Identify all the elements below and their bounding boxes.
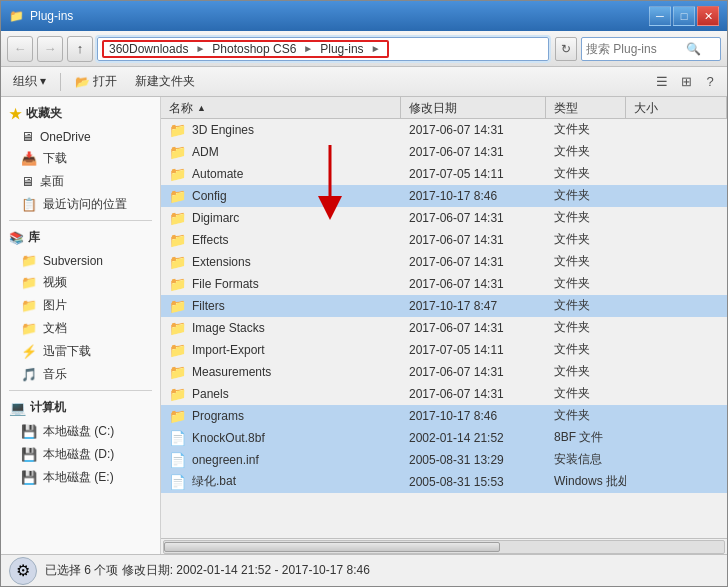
sidebar: ★ 收藏夹 🖥 OneDrive 📥 下载 🖥 桌面 📋 最近访问的	[1, 97, 161, 554]
table-row[interactable]: 📁Filters 2017-10-17 8:47 文件夹	[161, 295, 727, 317]
computer-header[interactable]: 💻 计算机	[1, 395, 160, 420]
file-date-cell: 2017-07-05 14:11	[401, 339, 546, 361]
view-tiles-button[interactable]: ⊞	[675, 71, 697, 93]
close-button[interactable]: ✕	[697, 6, 719, 26]
h-scrollbar[interactable]	[163, 540, 725, 554]
file-name: 3D Engines	[192, 123, 254, 137]
folder-icon: 📁	[169, 210, 186, 226]
statusbar: ⚙ 已选择 6 个项 修改日期: 2002-01-14 21:52 - 2017…	[1, 554, 727, 586]
folder-icon: 📁	[169, 386, 186, 402]
sidebar-item-downloads[interactable]: 📥 下载	[1, 147, 160, 170]
sidebar-item-disk-c[interactable]: 💾 本地磁盘 (C:)	[1, 420, 160, 443]
crumb-plugins[interactable]: Plug-ins	[317, 42, 366, 56]
help-button[interactable]: ?	[699, 71, 721, 93]
crumb-360downloads[interactable]: 360Downloads	[106, 42, 191, 56]
up-button[interactable]: ↑	[67, 36, 93, 62]
sidebar-item-recent[interactable]: 📋 最近访问的位置	[1, 193, 160, 216]
minimize-button[interactable]: ─	[649, 6, 671, 26]
file-date: 2002-01-14 21:52	[409, 431, 504, 445]
sidebar-item-disk-e[interactable]: 💾 本地磁盘 (E:)	[1, 466, 160, 489]
file-date-cell: 2017-06-07 14:31	[401, 317, 546, 339]
library-header[interactable]: 📚 库	[1, 225, 160, 250]
table-row[interactable]: 📁Image Stacks 2017-06-07 14:31 文件夹	[161, 317, 727, 339]
sidebar-item-onedrive[interactable]: 🖥 OneDrive	[1, 126, 160, 147]
file-name-cell: 📄绿化.bat	[161, 471, 401, 493]
scrollbar-area	[161, 538, 727, 554]
file-date: 2005-08-31 13:29	[409, 453, 504, 467]
file-name: Automate	[192, 167, 243, 181]
col-header-size[interactable]: 大小	[626, 97, 727, 119]
file-name: Filters	[192, 299, 225, 313]
forward-button[interactable]: →	[37, 36, 63, 62]
file-type-cell: 文件夹	[546, 383, 626, 405]
table-row[interactable]: 📄KnockOut.8bf 2002-01-14 21:52 8BF 文件	[161, 427, 727, 449]
library-icon: 📚	[9, 231, 24, 245]
sidebar-item-videos[interactable]: 📁 视频	[1, 271, 160, 294]
table-row[interactable]: 📁Digimarc 2017-06-07 14:31 文件夹	[161, 207, 727, 229]
file-type-cell: 文件夹	[546, 141, 626, 163]
file-name-cell: 📁Effects	[161, 229, 401, 251]
sidebar-item-docs[interactable]: 📁 文档	[1, 317, 160, 340]
videos-icon: 📁	[21, 275, 37, 290]
table-row[interactable]: 📁ADM 2017-06-07 14:31 文件夹	[161, 141, 727, 163]
computer-icon: 💻	[9, 400, 26, 416]
col-header-name[interactable]: 名称 ▲	[161, 97, 401, 119]
file-size-cell	[626, 185, 727, 207]
sidebar-item-disk-d[interactable]: 💾 本地磁盘 (D:)	[1, 443, 160, 466]
file-name: Effects	[192, 233, 228, 247]
file-list-container: 名称 ▲ 修改日期 类型 大小 📁3D Engines 2017-06-07 1…	[161, 97, 727, 554]
back-button[interactable]: ←	[7, 36, 33, 62]
folder-icon: 📁	[169, 342, 186, 358]
address-crumbs[interactable]: 360Downloads ► Photoshop CS6 ► Plug-ins …	[102, 40, 389, 58]
sort-arrow-name: ▲	[197, 103, 206, 113]
sidebar-item-music[interactable]: 🎵 音乐	[1, 363, 160, 386]
file-type-cell: 文件夹	[546, 361, 626, 383]
table-row[interactable]: 📁Extensions 2017-06-07 14:31 文件夹	[161, 251, 727, 273]
sidebar-item-desktop[interactable]: 🖥 桌面	[1, 170, 160, 193]
crumb-photoshop[interactable]: Photoshop CS6	[209, 42, 299, 56]
table-row[interactable]: 📁Measurements 2017-06-07 14:31 文件夹	[161, 361, 727, 383]
open-button[interactable]: 📂 打开	[69, 71, 123, 92]
file-date: 2017-06-07 14:31	[409, 277, 504, 291]
file-size-cell	[626, 295, 727, 317]
table-row[interactable]: 📁Config 2017-10-17 8:46 文件夹	[161, 185, 727, 207]
table-row[interactable]: 📁Programs 2017-10-17 8:46 文件夹	[161, 405, 727, 427]
table-row[interactable]: 📁Effects 2017-06-07 14:31 文件夹	[161, 229, 727, 251]
search-icon[interactable]: 🔍	[686, 42, 701, 56]
table-row[interactable]: 📁3D Engines 2017-06-07 14:31 文件夹	[161, 119, 727, 141]
table-row[interactable]: 📁File Formats 2017-06-07 14:31 文件夹	[161, 273, 727, 295]
search-bar[interactable]: 🔍	[581, 37, 721, 61]
folder-icon: 📁	[9, 9, 24, 23]
col-header-date[interactable]: 修改日期	[401, 97, 546, 119]
table-row[interactable]: 📁Panels 2017-06-07 14:31 文件夹	[161, 383, 727, 405]
maximize-button[interactable]: □	[673, 6, 695, 26]
file-name: Panels	[192, 387, 229, 401]
view-details-button[interactable]: ☰	[651, 71, 673, 93]
table-row[interactable]: 📁Import-Export 2017-07-05 14:11 文件夹	[161, 339, 727, 361]
sidebar-item-pictures[interactable]: 📁 图片	[1, 294, 160, 317]
folder-icon: 📁	[169, 254, 186, 270]
search-input[interactable]	[586, 42, 686, 56]
onedrive-icon: 🖥	[21, 129, 34, 144]
file-type: 文件夹	[554, 187, 590, 204]
favorites-header[interactable]: ★ 收藏夹	[1, 101, 160, 126]
table-row[interactable]: 📄绿化.bat 2005-08-31 15:53 Windows 批处理...	[161, 471, 727, 493]
table-row[interactable]: 📄onegreen.inf 2005-08-31 13:29 安装信息	[161, 449, 727, 471]
file-name-cell: 📁Filters	[161, 295, 401, 317]
col-header-type[interactable]: 类型	[546, 97, 626, 119]
address-bar[interactable]: 360Downloads ► Photoshop CS6 ► Plug-ins …	[97, 37, 549, 61]
table-row[interactable]: 📁Automate 2017-07-05 14:11 文件夹	[161, 163, 727, 185]
file-type-cell: 文件夹	[546, 229, 626, 251]
refresh-button[interactable]: ↻	[555, 37, 577, 61]
organize-button[interactable]: 组织 ▾	[7, 71, 52, 92]
new-folder-button[interactable]: 新建文件夹	[129, 71, 201, 92]
file-date-cell: 2002-01-14 21:52	[401, 427, 546, 449]
sidebar-item-thunder[interactable]: ⚡ 迅雷下载	[1, 340, 160, 363]
h-scrollbar-thumb[interactable]	[164, 542, 500, 552]
disk-e-icon: 💾	[21, 470, 37, 485]
file-name-cell: 📁Programs	[161, 405, 401, 427]
file-date-cell: 2017-10-17 8:47	[401, 295, 546, 317]
file-name-cell: 📁Import-Export	[161, 339, 401, 361]
library-section: 📚 库 📁 Subversion 📁 视频 📁 图片 📁 文档	[1, 225, 160, 386]
sidebar-item-subversion[interactable]: 📁 Subversion	[1, 250, 160, 271]
